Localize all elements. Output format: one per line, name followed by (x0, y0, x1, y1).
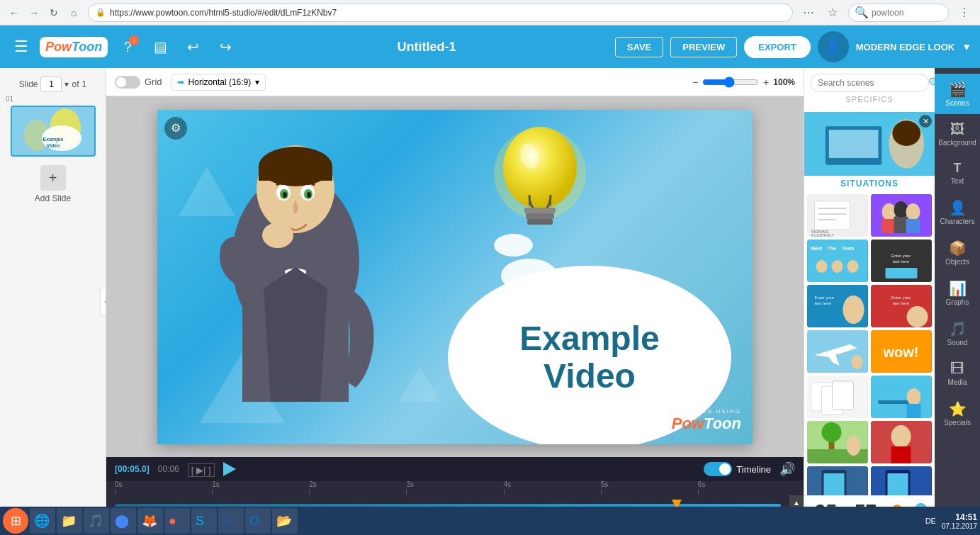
save-button[interactable]: SAVE (615, 37, 663, 57)
svg-text:text here: text here (893, 301, 910, 305)
grid-toggle-track[interactable] (115, 76, 140, 89)
files-icon: 📂 (276, 513, 292, 529)
svg-point-46 (816, 260, 828, 273)
zoom-out-button[interactable]: − (692, 77, 698, 88)
zoom-value: 100% (773, 77, 795, 87)
slide-thumbnail-inner: Example Video (12, 107, 94, 155)
scene-thumb-airplane[interactable] (807, 330, 868, 373)
browser-menu-button[interactable]: ⋮ (954, 3, 974, 23)
menu-button[interactable]: ☰ (9, 34, 34, 60)
objects-label: Objects (945, 258, 969, 266)
characters-icon: 👤 (949, 199, 967, 216)
scene-thumb-enter-text-red[interactable]: Enter your text here (871, 285, 932, 327)
search-scenes-box[interactable]: 🔍 (810, 74, 929, 92)
grid-toggle[interactable]: Grid (115, 76, 162, 89)
svg-text:Meet: Meet (811, 246, 823, 251)
text-icon: T (954, 161, 962, 176)
scene-thumb-character-group[interactable] (871, 194, 932, 237)
slide-label: Slide (19, 79, 38, 89)
add-slide-button[interactable]: + Add Slide (35, 165, 71, 203)
scene-thumb-signing-contract[interactable]: SIGNING A CONTRACT (807, 194, 868, 237)
taskbar-chrome-button[interactable]: ⬤ (111, 508, 136, 534)
canvas-toolbar: Grid ➡ Horizontal (16:9) ▾ − + 100% (106, 68, 804, 96)
browser-actions: ⋯ ☆ (799, 3, 843, 23)
chrome-icon: ⬤ (115, 513, 129, 529)
taskbar-app2-button[interactable]: ● (164, 508, 190, 534)
firefox-icon: 🦊 (142, 513, 157, 529)
sidebar-media-button[interactable]: 🎞 Media (935, 354, 980, 393)
play-button[interactable] (223, 462, 236, 476)
address-bar[interactable]: 🔒 https://www.powtoon.com/html5-studio/#… (88, 4, 793, 22)
bookmark-button[interactable]: ☆ (823, 3, 843, 23)
scene-thumb-papers[interactable] (807, 376, 868, 418)
sidebar-characters-button[interactable]: 👤 Characters (935, 192, 980, 232)
undo-button[interactable]: ↩ (180, 34, 205, 60)
specials-label: Specials (944, 419, 971, 427)
sidebar-graphs-button[interactable]: 📊 Graphs (935, 273, 980, 313)
sidebar-text-button[interactable]: T Text (935, 154, 980, 192)
scene-thumb-enter-text-dark[interactable]: Enter your text here (871, 240, 932, 282)
zoom-in-button[interactable]: + (763, 77, 769, 88)
browser-search-box[interactable]: 🔍 (848, 4, 949, 22)
scene-thumb-enter-text-blue[interactable]: Enter your text here (807, 285, 868, 327)
scenes-label: Scenes (945, 99, 969, 107)
orientation-label: Horizontal (16:9) (188, 77, 252, 87)
sidebar-objects-button[interactable]: 📦 Objects (935, 232, 980, 273)
featured-scene[interactable]: ✕ (804, 112, 935, 176)
scene-thumb-phone-dark[interactable] (871, 466, 932, 495)
scene-thumb-red-character[interactable] (871, 421, 932, 463)
slide-number-input[interactable] (40, 77, 62, 92)
svg-point-76 (822, 422, 842, 442)
watermark: CREATED USING PowToon (672, 408, 741, 433)
sidebar-specials-button[interactable]: ⭐ Specials (935, 393, 980, 434)
refresh-button[interactable]: ↻ (45, 4, 62, 21)
taskbar-outlook-button[interactable]: O (245, 508, 271, 534)
taskbar-start-button[interactable]: ⊞ (3, 508, 28, 534)
taskbar-files-button[interactable]: 📂 (272, 508, 298, 534)
media-player-icon: 🎵 (88, 513, 103, 529)
forward-button[interactable]: → (26, 4, 43, 21)
help-button[interactable]: ? 1 (115, 34, 140, 60)
scene-grid: SIGNING A CONTRACT Me (804, 191, 935, 495)
export-button[interactable]: EXPORT (744, 36, 810, 58)
featured-scene-close-button[interactable]: ✕ (919, 115, 932, 128)
browser-search-input[interactable] (872, 8, 942, 18)
home-button[interactable]: ⌂ (65, 4, 82, 21)
canvas-slide[interactable]: ⚙ (157, 110, 753, 444)
sound-button[interactable]: 🔊 (779, 461, 795, 477)
zoom-slider[interactable] (702, 77, 759, 88)
playback-bracket-button[interactable]: [ ▶| ] (188, 462, 215, 477)
sidebar-sound-button[interactable]: 🎵 Sound (935, 313, 980, 354)
slides-button[interactable]: ▤ (147, 34, 173, 60)
slide-settings-button[interactable]: ⚙ (164, 117, 187, 140)
scene-thumb-wow[interactable]: wow! (871, 330, 932, 373)
ruler-mark-5s: 5s (601, 481, 698, 495)
scene-thumb-person-desk[interactable] (871, 376, 932, 418)
extensions-button[interactable]: ⋯ (799, 3, 818, 23)
sidebar-background-button[interactable]: 🖼 Background (935, 114, 980, 154)
scene-thumb-meet-team[interactable]: Meet The Team (807, 240, 868, 282)
timeline-toggle-track[interactable] (704, 462, 732, 476)
sidebar-scenes-button[interactable]: 🎬 Scenes (935, 74, 980, 114)
svg-point-48 (847, 260, 859, 273)
graphs-icon: 📊 (949, 280, 967, 297)
slide-thumbnail-1[interactable]: Example Video (11, 106, 96, 157)
svg-text:The: The (828, 246, 837, 251)
orientation-selector[interactable]: ➡ Horizontal (16:9) ▾ (171, 74, 266, 91)
taskbar-firefox-button[interactable]: 🦊 (137, 508, 163, 534)
scene-thumb-phone-blue[interactable] (807, 466, 868, 495)
redo-button[interactable]: ↪ (213, 34, 238, 60)
taskbar-ie-button[interactable]: 🌐 (30, 508, 55, 534)
scene-thumb-outdoor[interactable] (807, 421, 868, 463)
taskbar-skype-button[interactable]: S (191, 508, 217, 534)
theme-dropdown-button[interactable]: ▼ (962, 41, 971, 52)
word-icon: W (223, 514, 235, 529)
taskbar-explorer-button[interactable]: 📁 (57, 508, 82, 534)
taskbar-word-button[interactable]: W (218, 508, 244, 534)
collapse-panel-button[interactable]: ‹ (100, 288, 106, 316)
taskbar-media-button[interactable]: 🎵 (84, 508, 109, 534)
sound-label: Sound (947, 339, 968, 347)
back-button[interactable]: ← (6, 4, 23, 21)
search-scenes-input[interactable] (818, 78, 924, 88)
preview-button[interactable]: PREVIEW (670, 37, 737, 57)
